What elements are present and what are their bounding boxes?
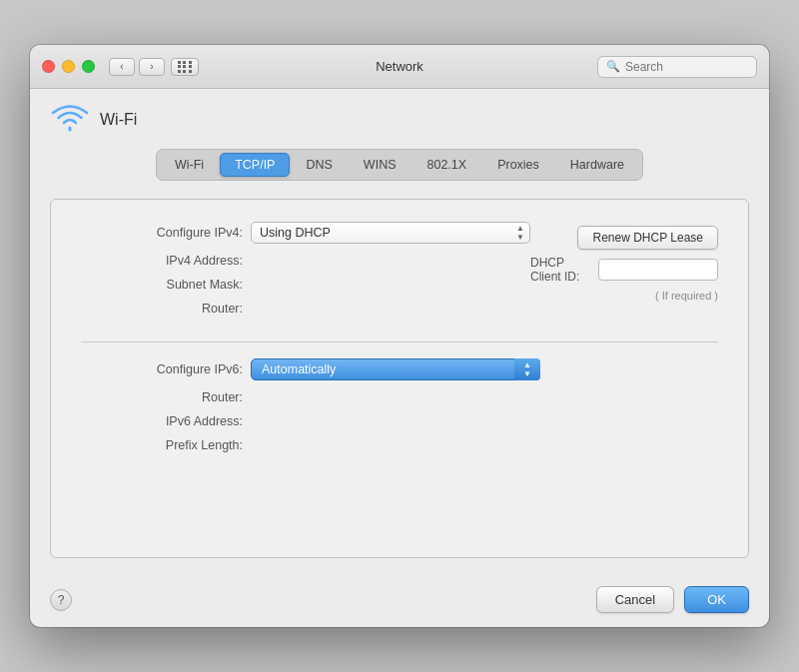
traffic-lights — [42, 60, 95, 73]
subnet-mask-label: Subnet Mask: — [81, 278, 251, 292]
router-ipv4-label: Router: — [81, 302, 251, 316]
router-ipv4-row: Router: — [81, 302, 530, 316]
close-button[interactable] — [42, 60, 55, 73]
dhcp-client-id-input[interactable] — [598, 259, 718, 281]
nav-buttons: ‹ › — [109, 58, 165, 76]
renew-dhcp-button[interactable]: Renew DHCP Lease — [577, 226, 718, 250]
titlebar: ‹ › Network 🔍 — [30, 45, 769, 89]
router-ipv6-row: Router: — [81, 390, 718, 404]
dhcp-client-id-row: DHCP Client ID: — [530, 256, 718, 284]
ipv4-left-column: Configure IPv4: Using DHCP Manually Off … — [81, 222, 530, 326]
footer: ? Cancel OK — [30, 574, 769, 627]
grid-button[interactable] — [171, 58, 199, 76]
wifi-header: Wi-Fi — [50, 105, 749, 135]
configure-ipv6-select-wrapper: Automatically Manually Off ▲ ▼ — [251, 358, 540, 380]
window-title: Network — [376, 59, 423, 74]
search-bar[interactable]: 🔍 — [597, 56, 757, 78]
tab-wins[interactable]: WINS — [349, 153, 411, 177]
tab-8021x[interactable]: 802.1X — [412, 153, 482, 177]
subnet-mask-row: Subnet Mask: — [81, 278, 530, 292]
back-button[interactable]: ‹ — [109, 58, 135, 76]
configure-ipv4-label: Configure IPv4: — [81, 226, 251, 240]
tab-tcpip[interactable]: TCP/IP — [220, 153, 290, 177]
search-icon: 🔍 — [606, 60, 620, 73]
prefix-length-label: Prefix Length: — [81, 438, 251, 452]
dhcp-client-id-label: DHCP Client ID: — [530, 256, 590, 284]
network-window: ‹ › Network 🔍 — [30, 45, 769, 627]
minimize-button[interactable] — [62, 60, 75, 73]
ipv6-address-row: IPv6 Address: — [81, 414, 718, 428]
ipv6-address-label: IPv6 Address: — [81, 414, 251, 428]
tcpip-panel: Configure IPv4: Using DHCP Manually Off … — [50, 199, 749, 558]
tab-wifi[interactable]: Wi-Fi — [160, 153, 219, 177]
tab-dns[interactable]: DNS — [291, 153, 347, 177]
configure-ipv6-row: Configure IPv6: Automatically Manually O… — [81, 358, 718, 380]
ipv6-section: Configure IPv6: Automatically Manually O… — [81, 358, 718, 452]
configure-ipv4-select-wrapper: Using DHCP Manually Off ▲ ▼ — [251, 222, 530, 244]
configure-ipv6-label: Configure IPv6: — [81, 362, 251, 376]
if-required-hint: ( If required ) — [655, 290, 718, 302]
router-ipv6-label: Router: — [81, 390, 251, 404]
tab-hardware[interactable]: Hardware — [555, 153, 639, 177]
wifi-icon — [50, 105, 90, 135]
configure-ipv4-row: Configure IPv4: Using DHCP Manually Off … — [81, 222, 530, 244]
ipv4-section: Configure IPv4: Using DHCP Manually Off … — [81, 222, 718, 326]
help-button[interactable]: ? — [50, 589, 72, 611]
maximize-button[interactable] — [82, 60, 95, 73]
prefix-length-row: Prefix Length: — [81, 438, 718, 452]
search-input[interactable] — [625, 60, 748, 74]
ipv4-address-label: IPv4 Address: — [81, 254, 251, 268]
wifi-label: Wi-Fi — [100, 111, 137, 129]
tabs-bar: Wi-Fi TCP/IP DNS WINS 802.1X Proxies Har… — [156, 149, 643, 181]
content-area: Wi-Fi Wi-Fi TCP/IP DNS WINS 802.1X Proxi… — [30, 89, 769, 574]
tab-proxies[interactable]: Proxies — [482, 153, 554, 177]
footer-buttons: Cancel OK — [596, 586, 749, 613]
forward-button[interactable]: › — [139, 58, 165, 76]
ipv4-right-panel: Renew DHCP Lease DHCP Client ID: ( If re… — [530, 222, 718, 302]
section-separator — [81, 341, 718, 342]
grid-icon — [178, 61, 193, 73]
configure-ipv4-select[interactable]: Using DHCP Manually Off — [251, 222, 530, 244]
cancel-button[interactable]: Cancel — [596, 586, 674, 613]
ok-button[interactable]: OK — [684, 586, 749, 613]
ipv4-address-row: IPv4 Address: — [81, 254, 530, 268]
configure-ipv6-select[interactable]: Automatically Manually Off — [251, 358, 540, 380]
